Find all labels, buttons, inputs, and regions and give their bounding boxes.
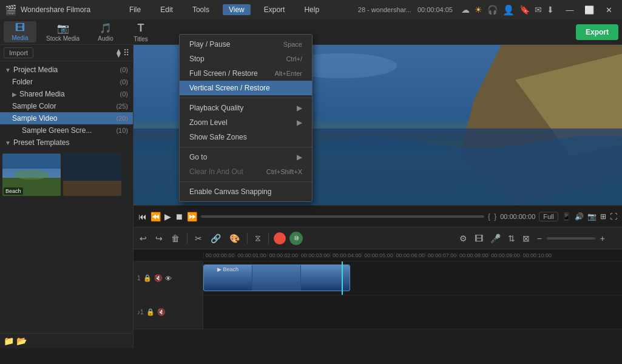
stock-media-icon: 📷 xyxy=(57,22,69,34)
tab-titles-label: Titles xyxy=(134,36,148,42)
tree-shared-media[interactable]: ▶ Shared Media (0) xyxy=(0,88,133,100)
menu-item-clear-shortcut: Ctrl+Shift+X xyxy=(252,168,302,175)
record-button[interactable] xyxy=(274,232,286,244)
zoom-slider[interactable] xyxy=(547,237,595,240)
thumbnail-item2[interactable] xyxy=(63,153,121,196)
ruler-mark-10: 00:00:10:00 xyxy=(521,252,552,258)
menu-item-play-pause-shortcut: Space xyxy=(269,41,302,48)
tree-sample-green-count: (10) xyxy=(116,127,128,134)
ruler-mark-0: 00:00:00:00 xyxy=(203,252,235,258)
ruler-mark-8: 00:00:08:00 xyxy=(457,252,488,258)
tree-sample-color-label: Sample Color xyxy=(12,102,56,110)
app-title: Wondershare Filmora xyxy=(21,5,90,14)
title-bar-center: File Edit Tools View Export Help xyxy=(123,4,325,15)
account-info: 28 - wondershar... xyxy=(358,6,411,13)
audio-stretch-button[interactable]: ⧖ xyxy=(252,232,263,244)
tab-stock-media[interactable]: 📷 Stock Media xyxy=(39,21,87,43)
zoom-in-button[interactable]: + xyxy=(598,232,607,244)
in-point-icon: { xyxy=(488,212,490,221)
color-correct-button[interactable]: 🎨 xyxy=(227,232,242,244)
link-button[interactable]: 🔗 xyxy=(208,232,223,244)
add-folder-button[interactable]: 📁 xyxy=(4,336,14,346)
play-button[interactable]: ▶ xyxy=(164,212,171,221)
mic-button[interactable]: 🎤 xyxy=(488,232,503,244)
menu-item-fullscreen[interactable]: Full Screen / Restore Alt+Enter xyxy=(180,66,312,81)
redo-button[interactable]: ↪ xyxy=(153,232,165,244)
minimize-button[interactable]: — xyxy=(561,3,578,16)
menu-item-safe-zones-label: Show Safe Zones xyxy=(189,133,247,141)
close-button[interactable]: ✕ xyxy=(600,3,617,16)
tree-sample-green[interactable]: Sample Green Scre... (10) xyxy=(0,124,133,136)
track-mute-icon: 🔇 xyxy=(154,274,163,282)
delete-button[interactable]: 🗑 xyxy=(169,232,182,244)
snap-button[interactable]: ⊠ xyxy=(520,232,532,244)
export-button[interactable]: Export xyxy=(576,24,618,40)
pip-button[interactable]: ⊞ xyxy=(600,212,606,221)
menu-tools[interactable]: Tools xyxy=(186,4,215,15)
maximize-button[interactable]: ⬜ xyxy=(581,3,598,16)
frame-forward-button[interactable]: ⏩ xyxy=(187,212,197,221)
tree-project-media[interactable]: ▼ Project Media (0) xyxy=(0,64,133,76)
beach-clip[interactable]: ▶ Beach xyxy=(203,265,350,291)
audio-track-content[interactable] xyxy=(203,295,622,329)
new-folder-button[interactable]: 📂 xyxy=(16,336,27,346)
filter-button[interactable]: ⧫ xyxy=(117,48,121,58)
avatar-icon[interactable]: 👤 xyxy=(502,4,515,16)
menu-item-zoom-level[interactable]: Zoom Level ▶ xyxy=(180,115,312,130)
tab-audio[interactable]: 🎵 Audio xyxy=(89,21,122,43)
svg-point-2 xyxy=(13,170,50,180)
tree-sample-color-count: (25) xyxy=(116,103,128,110)
fullscreen-button[interactable]: ⛶ xyxy=(610,212,617,221)
tree-sample-color[interactable]: Sample Color (25) xyxy=(0,100,133,112)
menu-item-play-pause[interactable]: Play / Pause Space xyxy=(180,37,312,52)
bookmark-icon: 🔖 xyxy=(519,5,530,15)
separator-3 xyxy=(268,233,269,244)
stop-button[interactable]: ⏹ xyxy=(175,212,183,221)
menu-item-vertical-screen[interactable]: Vertical Screen / Restore xyxy=(180,81,312,95)
separator-2 xyxy=(247,233,248,244)
undo-button[interactable]: ↩ xyxy=(137,232,149,244)
quality-button[interactable]: Full xyxy=(539,212,558,221)
timer-display: 00:00:04:05 xyxy=(417,6,453,13)
progress-bar[interactable] xyxy=(201,215,484,218)
zoom-out-button[interactable]: − xyxy=(535,232,544,244)
sort-button[interactable]: ⇅ xyxy=(505,232,518,244)
cut-button[interactable]: ✂ xyxy=(192,232,205,244)
menu-edit[interactable]: Edit xyxy=(154,4,179,15)
mark-button[interactable]: ⑩ xyxy=(289,232,303,245)
import-button[interactable]: Import xyxy=(4,47,33,58)
menu-help[interactable]: Help xyxy=(298,4,325,15)
grid-view-button[interactable]: ⠿ xyxy=(123,48,129,58)
svg-rect-3 xyxy=(2,153,61,169)
tab-media[interactable]: 🎞 Media xyxy=(4,21,36,42)
tree-sample-video[interactable]: Sample Video (20) xyxy=(0,112,133,124)
thumbnail-beach[interactable]: Beach xyxy=(2,153,61,196)
audio-icon: 🎵 xyxy=(100,22,112,34)
timeline-toolbar: ↩ ↪ 🗑 ✂ 🔗 🎨 ⧖ ⑩ ⚙ 🎞 🎤 ⇅ ⊠ − xyxy=(134,228,622,249)
menu-item-canvas-snapping[interactable]: Enable Canvas Snapping xyxy=(180,184,312,199)
responsive-preview-button[interactable]: 📱 xyxy=(562,212,571,221)
video-track-content[interactable]: ▶ Beach xyxy=(203,261,622,295)
menu-export[interactable]: Export xyxy=(258,4,291,15)
tree-folder-count: (0) xyxy=(120,78,128,86)
video-track-1: 1 🔒 🔇 👁 ▶ Beach xyxy=(134,261,622,295)
menu-item-play-pause-label: Play / Pause xyxy=(189,40,230,49)
tree-project-media-count: (0) xyxy=(120,66,128,73)
clip-settings-button[interactable]: 🎞 xyxy=(472,232,485,244)
menu-view[interactable]: View xyxy=(223,4,251,15)
menu-item-playback-quality[interactable]: Playback Quality ▶ xyxy=(180,101,312,115)
frame-back-button[interactable]: ⏪ xyxy=(150,212,161,221)
snapshot-button[interactable]: 📷 xyxy=(587,212,597,221)
tree-folder[interactable]: Folder (0) xyxy=(0,76,133,88)
menu-item-goto[interactable]: Go to ▶ xyxy=(180,150,312,164)
menu-item-stop[interactable]: Stop Ctrl+/ xyxy=(180,52,312,66)
menu-item-safe-zones[interactable]: Show Safe Zones xyxy=(180,130,312,144)
title-bar-controls: 28 - wondershar... 00:00:04:05 ☁ ☀ 🎧 👤 🔖… xyxy=(358,3,617,16)
menu-file[interactable]: File xyxy=(123,4,147,15)
audio-settings-button[interactable]: 🔊 xyxy=(575,212,584,221)
tab-titles[interactable]: T Titles xyxy=(124,21,157,44)
settings-button[interactable]: ⚙ xyxy=(457,232,470,244)
ruler-mark-5: 00:00:05:00 xyxy=(362,252,393,258)
skip-back-button[interactable]: ⏮ xyxy=(138,212,147,221)
tree-preset-templates[interactable]: ▼ Preset Templates xyxy=(0,136,133,149)
